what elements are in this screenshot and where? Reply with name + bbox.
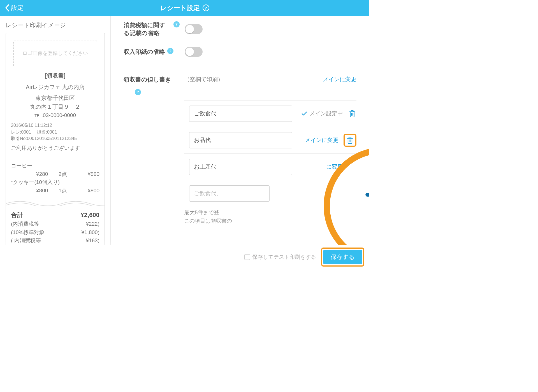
proviso-blank-label: （空欄で印刷） — [184, 76, 223, 83]
set-main-link[interactable]: メインに変更 — [305, 136, 338, 144]
back-button[interactable]: 設定 — [0, 4, 29, 12]
logo-placeholder[interactable]: ロゴ画像を登録してください — [13, 41, 97, 66]
main-status: メイン設定中 — [302, 110, 343, 117]
receipt-preview-pane: レシート印刷イメージ ロゴ画像を登録してください [領収書] Airレジカフェ … — [0, 16, 111, 269]
proviso-title: 領収書の但し書き — [124, 76, 184, 83]
proviso-input[interactable] — [189, 132, 292, 148]
setting-label: 収入印紙の省略 — [124, 48, 165, 56]
help-icon[interactable]: ? — [135, 89, 141, 95]
proviso-row: に変更 — [124, 159, 356, 175]
trash-icon — [349, 110, 356, 118]
proviso-input[interactable] — [189, 106, 292, 122]
proviso-input[interactable] — [189, 159, 292, 175]
footer-bar: 保存してテスト印刷をする 保存する — [0, 245, 369, 269]
proviso-row-new — [124, 185, 356, 202]
proviso-section: 領収書の但し書き （空欄で印刷） メインに変更 ? メイン設定中 — [111, 68, 369, 225]
setting-stamp-omit: 収入印紙の省略? — [111, 41, 369, 61]
receipt-items: コーヒー ¥2802点¥560 *クッキー(10個入り) ¥8001点¥800 — [11, 162, 99, 195]
app-header: 設定 レシート設定 ? — [0, 0, 369, 16]
back-label: 設定 — [11, 4, 24, 12]
proviso-row: メインに変更 — [124, 132, 356, 148]
toggle-stamp-omit[interactable] — [185, 47, 203, 57]
page-title: レシート設定 ? — [0, 4, 369, 12]
highlight-box — [344, 134, 356, 147]
preview-title: レシート印刷イメージ — [6, 21, 105, 29]
trash-icon — [346, 136, 354, 144]
change-main-link[interactable]: メインに変更 — [323, 76, 356, 83]
shop-name: Airレジカフェ 丸の内店 — [11, 83, 99, 92]
receipt-heading: [領収書] — [11, 71, 99, 80]
chevron-left-icon — [5, 4, 10, 11]
save-button[interactable]: 保存する — [323, 250, 362, 264]
setting-tax-omit: 消費税額に関する記載の省略? — [111, 16, 369, 41]
toggle-tax-omit[interactable] — [185, 24, 203, 34]
help-icon[interactable]: ? — [173, 21, 180, 27]
receipt-preview: ロゴ画像を登録してください [領収書] Airレジカフェ 丸の内店 東京都千代田… — [6, 33, 105, 263]
test-print-checkbox[interactable]: 保存してテスト印刷をする — [244, 253, 316, 261]
shop-tel: TEL:03-0000-0000 — [11, 111, 99, 119]
setting-label: 消費税額に関する記載の省略 — [124, 21, 171, 37]
proviso-row: メイン設定中 — [124, 106, 356, 122]
help-icon[interactable]: ? — [203, 4, 209, 11]
settings-pane: 消費税額に関する記載の省略? 収入印紙の省略? 領収書の但し書き （空欄で印刷）… — [111, 16, 369, 269]
receipt-tear-icon — [6, 200, 105, 206]
receipt-meta: 2016/05/10 11:12:12 レジ:0001 担当:0001 取引No… — [11, 122, 99, 142]
trash-icon — [349, 163, 356, 171]
highlight-box: 保存する — [321, 248, 364, 267]
shop-addr2: 丸の内１丁目９－２ — [11, 102, 99, 111]
set-main-link[interactable]: に変更 — [326, 163, 343, 171]
shop-addr1: 東京都千代田区 — [11, 94, 99, 102]
proviso-input-new[interactable] — [189, 185, 270, 202]
checkbox-icon — [244, 254, 250, 260]
thanks-line: ご利用ありがとうございます — [11, 144, 99, 152]
delete-button[interactable] — [348, 163, 356, 171]
check-icon — [302, 111, 307, 116]
delete-button[interactable] — [346, 136, 354, 144]
help-icon[interactable]: ? — [167, 48, 173, 54]
delete-button[interactable] — [348, 109, 356, 118]
proviso-note: 最大5件まで登 この項目は領収書の — [184, 208, 356, 225]
